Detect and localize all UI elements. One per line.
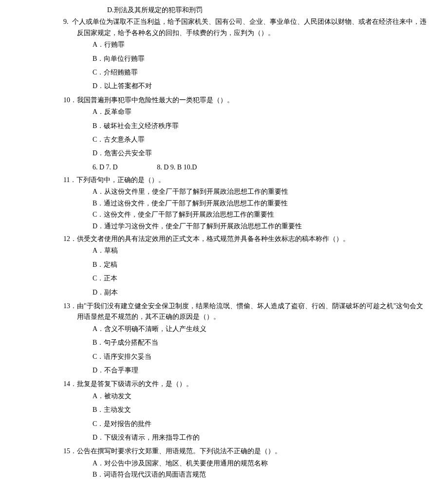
q15-num: 15． [63, 447, 77, 455]
q13-option-c: C．语序安排欠妥当 [19, 352, 429, 362]
q9-option-d: D．以上答案都不对 [19, 81, 429, 92]
question-13: 13．由"于我们没有建立健全安全保卫制度，结果给流氓、惯偷、坏人造成了盗窃、行凶… [19, 301, 429, 376]
q12-option-c: C．正本 [19, 273, 429, 284]
q14-stem: 14．批复是答复下级请示的文件，是（）。 [19, 379, 429, 389]
q14-option-b: B．主动发文 [19, 405, 429, 415]
q13-option-d: D．不合乎事理 [19, 365, 429, 376]
q15-option-b: B．词语符合现代汉语的局面语言规范 [19, 469, 429, 480]
q10-stem: 10．我国普遍刑事犯罪中危险性最大的一类犯罪是（）。 [19, 95, 429, 106]
q9-option-c: C．介绍贿赂罪 [19, 67, 429, 78]
question-15: 15．公告在撰写时要求行文郑重、用语规范。下列说法不正确的是（）。 A．对公告中… [19, 446, 429, 481]
q11-option-b: B．通过这份文件，使全厂干部了解到开展政治思想工作的重要性 [19, 198, 429, 209]
q15-option-a: A．对公告中涉及国家、地区、机关要使用通用的规范名称 [19, 458, 429, 469]
question-9: 9. 个人或单位为谋取不正当利益，给予国家机关、国有公司、企业、事业单位、人民团… [19, 17, 429, 92]
q14-option-a: A．被动发文 [19, 391, 429, 402]
question-10: 10．我国普遍刑事犯罪中危险性最大的一类犯罪是（）。 A．反革命罪 B．破坏社会… [19, 95, 429, 159]
q10-option-b: B．破坏社会主义经济秩序罪 [19, 121, 429, 131]
q13-option-b: B．句子成分搭配不当 [19, 337, 429, 348]
q10-option-a: A．反革命罪 [19, 107, 429, 117]
q11-option-c: C．这份文件，使全厂干部了解到开展政治思想工作的重要性 [19, 209, 429, 220]
q15-text: 公告在撰写时要求行文郑重、用语规范。下列说法不正确的是（）。 [77, 447, 281, 455]
q11-stem: 11．下列语句中，正确的是（）。 [19, 175, 429, 185]
q14-option-d: D．下级没有请示，用来指导工作的 [19, 432, 429, 443]
q9-text: 个人或单位为谋取不正当利益，给予国家机关、国有公司、企业、事业单位、人民团体以财… [72, 18, 427, 36]
q13-option-a: A．含义不明确不清晰，让人产生歧义 [19, 324, 429, 334]
q10-text: 我国普遍刑事犯罪中危险性最大的一类犯罪是（）。 [77, 96, 234, 104]
q12-option-a: A．草稿 [19, 245, 429, 256]
q12-option-b: B．定稿 [19, 259, 429, 270]
q10-num: 10． [63, 96, 77, 104]
q12-num: 12． [63, 235, 77, 242]
q9-stem: 9. 个人或单位为谋取不正当利益，给予国家机关、国有公司、企业、事业单位、人民团… [19, 17, 429, 38]
q14-num: 14． [63, 380, 77, 388]
q12-option-d: D．副本 [19, 287, 429, 298]
q14-option-c: C．是对报告的批件 [19, 419, 429, 429]
q11-num: 11． [63, 176, 76, 184]
answers-6-10: 6. D 7. D 8. D 9. B 10.D [19, 162, 429, 173]
q15-stem: 15．公告在撰写时要求行文郑重、用语规范。下列说法不正确的是（）。 [19, 446, 429, 457]
q11-option-a: A．从这份文件里，使全厂干部了解到开展政治思想工作的重要性 [19, 186, 429, 197]
question-12: 12．供受文者使用的具有法定效用的正式文本，格式规范并具备各种生效标志的稿本称作… [19, 234, 429, 298]
q12-text: 供受文者使用的具有法定效用的正式文本，格式规范并具备各种生效标志的稿本称作（）。 [77, 235, 350, 242]
q11-option-d: D．通过学习这份文件，使全厂干部了解到开展政治思想工作的重要性 [19, 221, 429, 232]
q10-option-d: D．危害公共安全罪 [19, 148, 429, 159]
q9-num: 9. [63, 18, 69, 25]
question-14: 14．批复是答复下级请示的文件，是（）。 A．被动发文 B．主动发文 C．是对报… [19, 379, 429, 443]
q12-stem: 12．供受文者使用的具有法定效用的正式文本，格式规范并具备各种生效标志的稿本称作… [19, 234, 429, 244]
q13-text: 由"于我们没有建立健全安全保卫制度，结果给流氓、惯偷、坏人造成了盗窃、行凶、阴谋… [77, 302, 423, 320]
q8-option-d: D.刑法及其所规定的犯罪和刑罚 [19, 5, 429, 16]
q11-text: 下列语句中，正确的是（）。 [76, 176, 165, 184]
q13-stem: 13．由"于我们没有建立健全安全保卫制度，结果给流氓、惯偷、坏人造成了盗窃、行凶… [19, 301, 429, 323]
q9-option-b: B．向单位行贿罪 [19, 54, 429, 64]
q9-option-a: A．行贿罪 [19, 39, 429, 50]
q10-option-c: C．古攵意杀人罪 [19, 134, 429, 145]
q13-num: 13． [63, 302, 77, 310]
q14-text: 批复是答复下级请示的文件，是（）。 [77, 380, 193, 388]
question-11: 11．下列语句中，正确的是（）。 A．从这份文件里，使全厂干部了解到开展政治思想… [19, 175, 429, 232]
